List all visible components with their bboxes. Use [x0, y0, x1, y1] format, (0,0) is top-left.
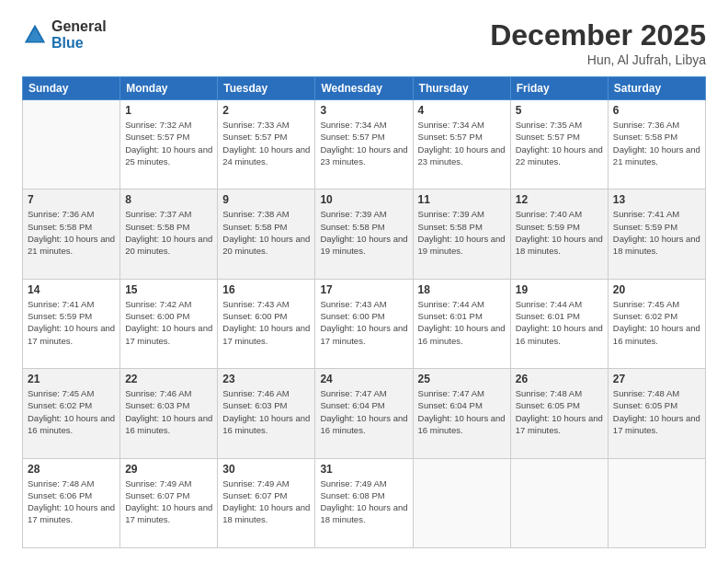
page: General Blue December 2025 Hun, Al Jufra… [0, 0, 728, 563]
day-info: Sunrise: 7:36 AM Sunset: 5:58 PM Dayligh… [613, 119, 700, 167]
calendar-week-row: 21Sunrise: 7:45 AM Sunset: 6:02 PM Dayli… [23, 369, 706, 458]
day-info: Sunrise: 7:42 AM Sunset: 6:00 PM Dayligh… [125, 298, 212, 347]
day-info: Sunrise: 7:39 AM Sunset: 5:58 PM Dayligh… [418, 208, 506, 257]
logo-general: General [51, 18, 107, 35]
day-number: 30 [222, 463, 310, 476]
table-row: 19Sunrise: 7:44 AM Sunset: 6:01 PM Dayli… [510, 279, 608, 368]
table-row: 22Sunrise: 7:46 AM Sunset: 6:03 PM Dayli… [120, 369, 218, 458]
month-title: December 2025 [490, 18, 706, 52]
logo-blue: Blue [51, 35, 107, 52]
day-number: 16 [222, 283, 310, 296]
day-number: 14 [28, 283, 115, 296]
table-row: 5Sunrise: 7:35 AM Sunset: 5:57 PM Daylig… [510, 100, 608, 190]
table-row: 16Sunrise: 7:43 AM Sunset: 6:00 PM Dayli… [218, 279, 315, 368]
day-number: 2 [222, 104, 310, 117]
day-number: 15 [125, 283, 212, 296]
day-number: 17 [320, 283, 407, 296]
title-section: December 2025 Hun, Al Jufrah, Libya [490, 18, 706, 67]
day-number: 25 [418, 373, 506, 385]
table-row: 17Sunrise: 7:43 AM Sunset: 6:00 PM Dayli… [315, 279, 413, 368]
day-info: Sunrise: 7:43 AM Sunset: 6:00 PM Dayligh… [222, 298, 310, 347]
table-row: 6Sunrise: 7:36 AM Sunset: 5:58 PM Daylig… [608, 100, 705, 190]
table-row: 9Sunrise: 7:38 AM Sunset: 5:58 PM Daylig… [218, 190, 315, 279]
day-number: 29 [125, 463, 212, 476]
day-info: Sunrise: 7:49 AM Sunset: 6:07 PM Dayligh… [222, 477, 310, 526]
table-row: 7Sunrise: 7:36 AM Sunset: 5:58 PM Daylig… [23, 190, 120, 279]
day-info: Sunrise: 7:37 AM Sunset: 5:58 PM Dayligh… [125, 208, 212, 257]
table-row: 15Sunrise: 7:42 AM Sunset: 6:00 PM Dayli… [120, 279, 218, 368]
day-number: 3 [320, 104, 407, 117]
day-number: 20 [613, 283, 700, 296]
table-row: 1Sunrise: 7:32 AM Sunset: 5:57 PM Daylig… [120, 100, 218, 190]
table-row: 24Sunrise: 7:47 AM Sunset: 6:04 PM Dayli… [315, 369, 413, 458]
day-info: Sunrise: 7:48 AM Sunset: 6:05 PM Dayligh… [613, 387, 700, 436]
table-row: 10Sunrise: 7:39 AM Sunset: 5:58 PM Dayli… [315, 190, 413, 279]
logo: General Blue [22, 18, 107, 51]
day-info: Sunrise: 7:45 AM Sunset: 6:02 PM Dayligh… [28, 387, 115, 436]
table-row: 25Sunrise: 7:47 AM Sunset: 6:04 PM Dayli… [413, 369, 510, 458]
table-row: 14Sunrise: 7:41 AM Sunset: 5:59 PM Dayli… [23, 279, 120, 368]
day-info: Sunrise: 7:48 AM Sunset: 6:06 PM Dayligh… [28, 477, 115, 526]
day-number: 7 [28, 193, 115, 206]
table-row: 8Sunrise: 7:37 AM Sunset: 5:58 PM Daylig… [120, 190, 218, 279]
table-row [413, 458, 510, 547]
table-row: 28Sunrise: 7:48 AM Sunset: 6:06 PM Dayli… [23, 458, 120, 547]
table-row: 21Sunrise: 7:45 AM Sunset: 6:02 PM Dayli… [23, 369, 120, 458]
day-number: 28 [28, 463, 115, 476]
day-info: Sunrise: 7:34 AM Sunset: 5:57 PM Dayligh… [418, 119, 506, 167]
day-info: Sunrise: 7:39 AM Sunset: 5:58 PM Dayligh… [320, 208, 407, 257]
day-number: 5 [516, 104, 603, 117]
day-info: Sunrise: 7:41 AM Sunset: 5:59 PM Dayligh… [613, 208, 700, 257]
day-info: Sunrise: 7:47 AM Sunset: 6:04 PM Dayligh… [418, 387, 506, 436]
day-number: 22 [125, 373, 212, 385]
day-number: 27 [613, 373, 700, 385]
table-row: 29Sunrise: 7:49 AM Sunset: 6:07 PM Dayli… [120, 458, 218, 547]
day-number: 6 [613, 104, 700, 117]
calendar-table: Sunday Monday Tuesday Wednesday Thursday… [22, 76, 706, 548]
weekday-header-row: Sunday Monday Tuesday Wednesday Thursday… [23, 77, 706, 100]
day-number: 11 [418, 193, 506, 206]
header-wednesday: Wednesday [315, 77, 413, 100]
header-thursday: Thursday [413, 77, 510, 100]
table-row: 2Sunrise: 7:33 AM Sunset: 5:57 PM Daylig… [218, 100, 315, 190]
day-info: Sunrise: 7:46 AM Sunset: 6:03 PM Dayligh… [222, 387, 310, 436]
day-info: Sunrise: 7:44 AM Sunset: 6:01 PM Dayligh… [418, 298, 506, 347]
day-info: Sunrise: 7:33 AM Sunset: 5:57 PM Dayligh… [222, 119, 310, 167]
table-row: 31Sunrise: 7:49 AM Sunset: 6:08 PM Dayli… [315, 458, 413, 547]
day-info: Sunrise: 7:35 AM Sunset: 5:57 PM Dayligh… [516, 119, 603, 167]
day-number: 24 [320, 373, 407, 385]
day-number: 26 [516, 373, 603, 385]
logo-text: General Blue [51, 18, 107, 51]
table-row: 13Sunrise: 7:41 AM Sunset: 5:59 PM Dayli… [608, 190, 705, 279]
calendar-week-row: 7Sunrise: 7:36 AM Sunset: 5:58 PM Daylig… [23, 190, 706, 279]
table-row [510, 458, 608, 547]
table-row: 3Sunrise: 7:34 AM Sunset: 5:57 PM Daylig… [315, 100, 413, 190]
day-info: Sunrise: 7:46 AM Sunset: 6:03 PM Dayligh… [125, 387, 212, 436]
table-row: 30Sunrise: 7:49 AM Sunset: 6:07 PM Dayli… [218, 458, 315, 547]
day-number: 9 [222, 193, 310, 206]
location: Hun, Al Jufrah, Libya [490, 52, 706, 67]
day-number: 21 [28, 373, 115, 385]
table-row: 4Sunrise: 7:34 AM Sunset: 5:57 PM Daylig… [413, 100, 510, 190]
day-number: 8 [125, 193, 212, 206]
table-row: 26Sunrise: 7:48 AM Sunset: 6:05 PM Dayli… [510, 369, 608, 458]
table-row: 27Sunrise: 7:48 AM Sunset: 6:05 PM Dayli… [608, 369, 705, 458]
day-number: 1 [125, 104, 212, 117]
day-info: Sunrise: 7:47 AM Sunset: 6:04 PM Dayligh… [320, 387, 407, 436]
logo-icon [22, 22, 48, 48]
day-number: 31 [320, 463, 407, 476]
calendar-week-row: 1Sunrise: 7:32 AM Sunset: 5:57 PM Daylig… [23, 100, 706, 190]
table-row: 11Sunrise: 7:39 AM Sunset: 5:58 PM Dayli… [413, 190, 510, 279]
day-info: Sunrise: 7:44 AM Sunset: 6:01 PM Dayligh… [516, 298, 603, 347]
header-sunday: Sunday [23, 77, 120, 100]
day-number: 19 [516, 283, 603, 296]
day-info: Sunrise: 7:36 AM Sunset: 5:58 PM Dayligh… [28, 208, 115, 257]
day-number: 12 [516, 193, 603, 206]
day-info: Sunrise: 7:49 AM Sunset: 6:08 PM Dayligh… [320, 477, 407, 526]
table-row: 12Sunrise: 7:40 AM Sunset: 5:59 PM Dayli… [510, 190, 608, 279]
day-number: 13 [613, 193, 700, 206]
header-tuesday: Tuesday [218, 77, 315, 100]
table-row [23, 100, 120, 190]
calendar-week-row: 14Sunrise: 7:41 AM Sunset: 5:59 PM Dayli… [23, 279, 706, 368]
table-row: 18Sunrise: 7:44 AM Sunset: 6:01 PM Dayli… [413, 279, 510, 368]
